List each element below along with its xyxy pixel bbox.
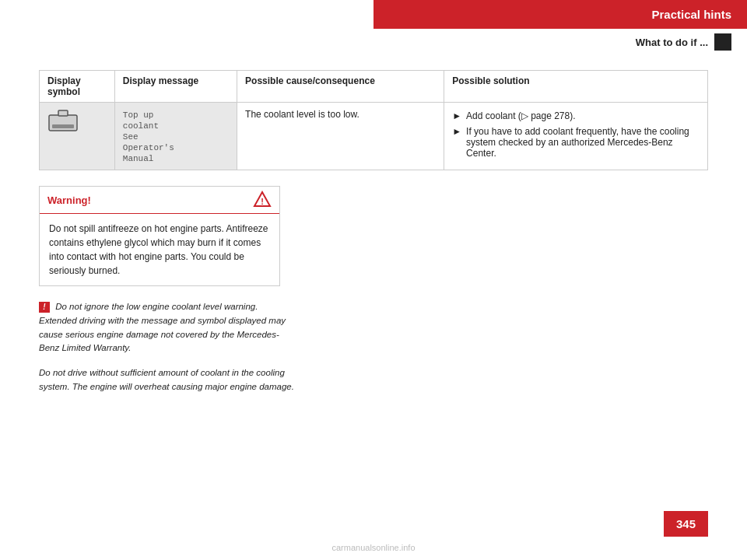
- cause-cell: The coolant level is too low.: [237, 103, 444, 170]
- symbol-cell: [40, 103, 115, 170]
- bullet-arrow-1: ►: [452, 110, 461, 121]
- bullet-arrow-2: ►: [452, 126, 461, 159]
- svg-rect-1: [52, 124, 74, 128]
- what-to-do-bar: What to do if ...: [374, 29, 747, 55]
- svg-rect-2: [58, 110, 68, 116]
- warning-box: Warning! ! Do not spill antifreeze on ho…: [39, 186, 280, 286]
- practical-hints-bar: Practical hints: [374, 0, 747, 29]
- main-content: Display symbol Display message Possible …: [39, 70, 708, 405]
- col-header-symbol: Display symbol: [40, 71, 115, 103]
- note-1-content: Do not ignore the low engine coolant lev…: [39, 302, 286, 352]
- page-number: 345: [664, 511, 708, 537]
- display-message-cell: Top upcoolantSeeOperator'sManual: [114, 103, 237, 170]
- warning-text: Do not spill antifreeze on hot engine pa…: [40, 214, 279, 285]
- solution-text-1: Add coolant (▷ page 278).: [466, 110, 575, 121]
- table-row: Top upcoolantSeeOperator'sManual The coo…: [40, 103, 708, 170]
- col-header-message: Display message: [114, 71, 237, 103]
- note-1-text: ! Do not ignore the low engine coolant l…: [39, 300, 296, 355]
- practical-hints-label: Practical hints: [651, 8, 731, 21]
- solution-item-2: ► If you have to add coolant frequently,…: [452, 124, 700, 162]
- col-header-solution: Possible solution: [444, 71, 708, 103]
- solution-list: ► Add coolant (▷ page 278). ► If you hav…: [452, 109, 700, 162]
- note-block-1: ! Do not ignore the low engine coolant l…: [39, 300, 296, 355]
- coolant-icon: [47, 109, 79, 134]
- solution-item-1: ► Add coolant (▷ page 278).: [452, 109, 700, 124]
- solution-text-2: If you have to add coolant frequently, h…: [466, 126, 700, 159]
- note-block-2: Do not drive without sufficient amount o…: [39, 366, 296, 394]
- svg-text:!: !: [261, 197, 264, 206]
- section-marker: [714, 33, 731, 51]
- warning-triangle-icon: !: [253, 191, 272, 209]
- footer-watermark: carmanualsonline.info: [0, 543, 747, 552]
- note-2-text: Do not drive without sufficient amount o…: [39, 366, 296, 394]
- info-table: Display symbol Display message Possible …: [39, 70, 708, 170]
- header-section: Practical hints What to do if ...: [374, 0, 747, 55]
- warning-label: Warning!: [47, 194, 91, 206]
- solution-cell: ► Add coolant (▷ page 278). ► If you hav…: [444, 103, 708, 170]
- display-message: Top upcoolantSeeOperator'sManual: [123, 110, 174, 163]
- col-header-cause: Possible cause/consequence: [237, 71, 444, 103]
- cause-text: The coolant level is too low.: [245, 109, 359, 120]
- note-icon-1: !: [39, 302, 50, 313]
- what-to-do-label: What to do if ...: [636, 37, 708, 48]
- warning-header: Warning! !: [40, 187, 279, 214]
